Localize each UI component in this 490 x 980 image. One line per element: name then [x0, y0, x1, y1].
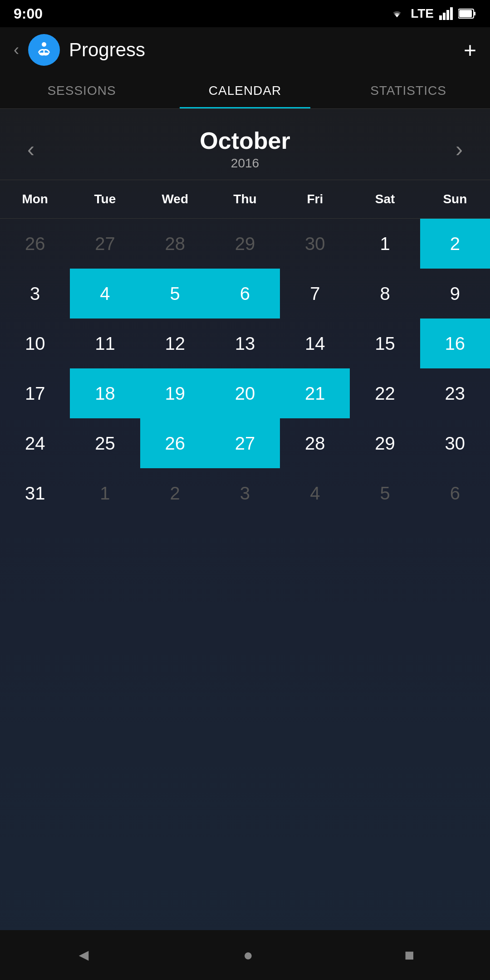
- month-nav: ‹ October 2016 ›: [0, 118, 490, 180]
- svg-rect-1: [443, 13, 446, 20]
- table-row[interactable]: 18: [70, 368, 140, 418]
- header-title: Progress: [69, 39, 145, 61]
- table-row[interactable]: 11: [70, 318, 140, 368]
- svg-rect-0: [439, 15, 442, 20]
- calendar-week-4: 24252627282930: [0, 418, 490, 468]
- table-row[interactable]: 12: [140, 318, 210, 368]
- table-row[interactable]: 9: [420, 269, 490, 318]
- table-row[interactable]: 24: [0, 418, 70, 468]
- wifi-icon: [389, 7, 405, 20]
- next-month-button[interactable]: ›: [456, 137, 463, 162]
- prev-month-button[interactable]: ‹: [27, 137, 34, 162]
- battery-icon: [458, 7, 476, 20]
- nav-home-button[interactable]: ●: [243, 946, 253, 965]
- lte-icon: LTE: [411, 6, 434, 21]
- month-info: October 2016: [200, 127, 290, 171]
- tab-sessions[interactable]: SESSIONS: [0, 73, 163, 108]
- table-row[interactable]: 30: [420, 418, 490, 468]
- table-row[interactable]: 27: [70, 219, 140, 269]
- table-row[interactable]: 29: [210, 219, 280, 269]
- avatar: [28, 34, 60, 66]
- signal-icon: [439, 7, 453, 20]
- table-row[interactable]: 14: [280, 318, 350, 368]
- tab-statistics[interactable]: STATISTICS: [327, 73, 490, 108]
- svg-rect-3: [450, 7, 453, 20]
- tab-calendar[interactable]: CALENDAR: [163, 73, 327, 108]
- status-icons: LTE: [389, 6, 476, 21]
- table-row[interactable]: 5: [350, 468, 420, 518]
- day-header-fri: Fri: [280, 187, 350, 211]
- app-header: ‹ Progress +: [0, 27, 490, 73]
- table-row[interactable]: 23: [420, 368, 490, 418]
- svg-rect-2: [446, 10, 449, 20]
- table-row[interactable]: 7: [280, 269, 350, 318]
- nav-recent-button[interactable]: ■: [404, 946, 414, 965]
- day-header-sun: Sun: [420, 187, 490, 211]
- table-row[interactable]: 25: [70, 418, 140, 468]
- table-row[interactable]: 30: [280, 219, 350, 269]
- table-row[interactable]: 2: [140, 468, 210, 518]
- table-row[interactable]: 22: [350, 368, 420, 418]
- table-row[interactable]: 16: [420, 318, 490, 368]
- table-row[interactable]: 5: [140, 269, 210, 318]
- status-bar: 9:00 LTE: [0, 0, 490, 27]
- day-header-thu: Thu: [210, 187, 280, 211]
- table-row[interactable]: 31: [0, 468, 70, 518]
- table-row[interactable]: 19: [140, 368, 210, 418]
- table-row[interactable]: 15: [350, 318, 420, 368]
- table-row[interactable]: 21: [280, 368, 350, 418]
- table-row[interactable]: 4: [280, 468, 350, 518]
- month-year: 2016: [200, 156, 290, 171]
- nav-back-button[interactable]: ◄: [76, 946, 92, 965]
- table-row[interactable]: 17: [0, 368, 70, 418]
- table-row[interactable]: 29: [350, 418, 420, 468]
- calendar-week-2: 10111213141516: [0, 318, 490, 368]
- table-row[interactable]: 4: [70, 269, 140, 318]
- table-row[interactable]: 3: [0, 269, 70, 318]
- calendar-week-5: 31123456: [0, 468, 490, 518]
- svg-rect-5: [474, 12, 475, 15]
- table-row[interactable]: 28: [280, 418, 350, 468]
- day-header-mon: Mon: [0, 187, 70, 211]
- table-row[interactable]: 8: [350, 269, 420, 318]
- calendar-weeks: 2627282930123456789101112131415161718192…: [0, 219, 490, 518]
- table-row[interactable]: 20: [210, 368, 280, 418]
- status-time: 9:00: [14, 5, 43, 22]
- day-header-wed: Wed: [140, 187, 210, 211]
- add-button[interactable]: +: [464, 38, 476, 63]
- calendar-week-3: 17181920212223: [0, 368, 490, 418]
- table-row[interactable]: 1: [350, 219, 420, 269]
- svg-point-7: [42, 42, 46, 47]
- month-name: October: [200, 127, 290, 154]
- table-row[interactable]: 10: [0, 318, 70, 368]
- table-row[interactable]: 26: [0, 219, 70, 269]
- table-row[interactable]: 1: [70, 468, 140, 518]
- table-row[interactable]: 27: [210, 418, 280, 468]
- day-header-sat: Sat: [350, 187, 420, 211]
- tab-bar: SESSIONS CALENDAR STATISTICS: [0, 73, 490, 109]
- calendar-week-1: 3456789: [0, 269, 490, 318]
- table-row[interactable]: 2: [420, 219, 490, 269]
- header-left: ‹ Progress: [14, 34, 145, 66]
- table-row[interactable]: 28: [140, 219, 210, 269]
- calendar-week-0: 262728293012: [0, 219, 490, 269]
- table-row[interactable]: 6: [420, 468, 490, 518]
- table-row[interactable]: 26: [140, 418, 210, 468]
- calendar-container: ‹ October 2016 › Mon Tue Wed Thu Fri Sat…: [0, 109, 490, 527]
- back-icon[interactable]: ‹: [14, 40, 19, 59]
- table-row[interactable]: 6: [210, 269, 280, 318]
- meditation-icon: [34, 40, 54, 60]
- day-headers: Mon Tue Wed Thu Fri Sat Sun: [0, 180, 490, 219]
- bottom-nav: ◄ ● ■: [0, 930, 490, 980]
- day-header-tue: Tue: [70, 187, 140, 211]
- table-row[interactable]: 13: [210, 318, 280, 368]
- table-row[interactable]: 3: [210, 468, 280, 518]
- svg-rect-6: [459, 10, 472, 17]
